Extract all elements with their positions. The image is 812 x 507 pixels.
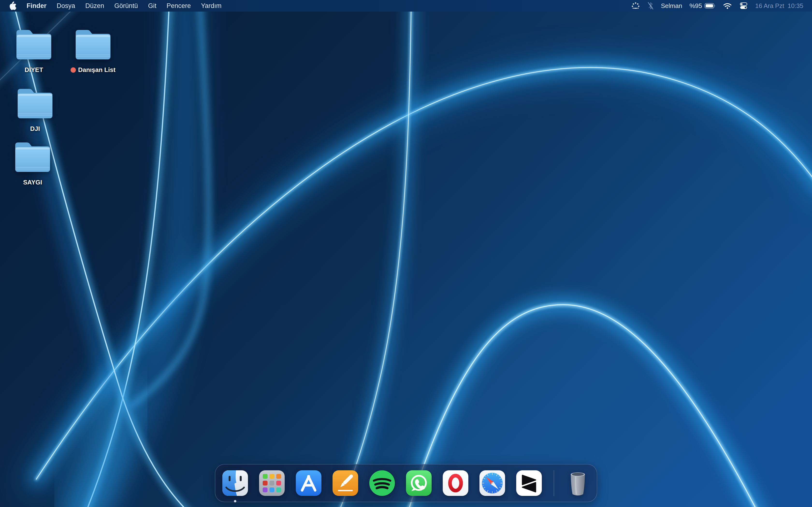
desktop-folder-saygi[interactable]: SAYGI [4,138,62,186]
menu-item-yardim[interactable]: Yardım [201,2,221,10]
bluetooth-off-icon[interactable] [648,2,654,10]
battery-status[interactable]: %95 [690,2,716,10]
apple-logo-icon [9,1,16,10]
dock-pages-icon[interactable] [332,469,359,497]
menu-item-finder[interactable]: Finder [27,2,47,10]
dock-capcut-icon[interactable] [515,469,543,497]
menu-item-dosya[interactable]: Dosya [57,2,75,10]
control-center-icon[interactable] [739,2,748,10]
wallpaper-big-sur [0,0,812,507]
desktop-folder-diyet[interactable]: DİYET [5,25,63,74]
red-tag-icon [70,67,76,73]
dock-opera-icon[interactable] [442,469,469,497]
dock-whatsapp-icon[interactable] [405,469,433,497]
desktop: Finder Dosya Düzen Görüntü Git Pencere Y… [0,0,812,507]
folder-label: Danışan List [78,66,115,74]
dock-divider [554,470,554,496]
menu-item-goruntu[interactable]: Görüntü [114,2,138,10]
menu-item-git[interactable]: Git [148,2,157,10]
apple-menu[interactable] [9,1,16,10]
menu-item-duzen[interactable]: Düzen [85,2,104,10]
dock-appstore-icon[interactable] [295,469,322,497]
date-label: 16 Ara Pzt [755,2,784,10]
dock-launchpad-icon[interactable] [258,469,286,497]
menu-item-pencere[interactable]: Pencere [166,2,191,10]
dock-finder-icon[interactable] [221,469,249,497]
menu-bar: Finder Dosya Düzen Görüntü Git Pencere Y… [0,0,812,12]
folder-label: DJI [30,125,40,132]
menu-bar-status: Selman %95 [631,1,803,10]
dock [215,464,597,502]
wifi-icon[interactable] [723,2,732,9]
folder-label: DİYET [24,66,43,74]
battery-icon [704,3,716,9]
dock-trash-icon[interactable] [565,469,591,497]
menu-bar-left: Finder Dosya Düzen Görüntü Git Pencere Y… [9,1,221,10]
dock-spotify-icon[interactable] [368,469,396,497]
running-indicator [234,500,236,502]
battery-percent: %95 [690,2,702,10]
desktop-folder-danisan-list[interactable]: Danışan List [64,25,122,74]
desktop-folder-dji[interactable]: DJI [6,84,64,132]
time-label: 10:35 [788,2,803,10]
dotted-circle-icon[interactable] [631,1,640,10]
username-status[interactable]: Selman [661,2,682,10]
clock[interactable]: 16 Ara Pzt 10:35 [755,2,803,10]
folder-label: SAYGI [23,179,42,186]
dock-safari-icon[interactable] [479,469,506,497]
